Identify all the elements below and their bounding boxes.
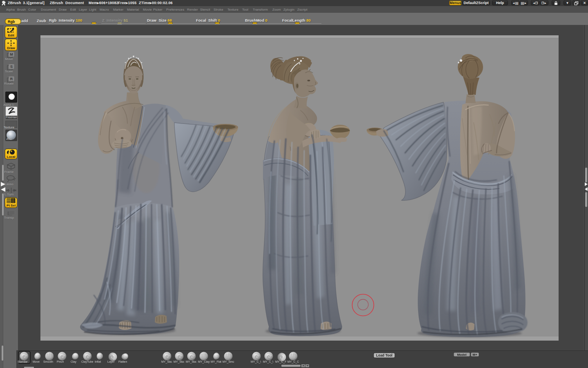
- svg-text:Layer: Layer: [107, 360, 115, 364]
- svg-text:S: S: [10, 65, 13, 69]
- svg-text:Pinch: Pinch: [57, 360, 64, 363]
- svg-text:Model: Model: [457, 353, 466, 357]
- svg-text:Clay: Clay: [71, 360, 77, 364]
- svg-text:M: M: [10, 52, 13, 56]
- svg-text:MY_Smc: MY_Smc: [223, 360, 234, 364]
- svg-text:R: R: [10, 77, 13, 81]
- svg-text:Inflat: Inflat: [95, 360, 101, 363]
- svg-text:MY_C_C: MY_C_C: [287, 360, 299, 364]
- svg-text:Move: Move: [33, 360, 40, 363]
- svg-text:MY_Sta:: MY_Sta:: [186, 360, 197, 364]
- svg-text:ClayTube: ClayTube: [81, 360, 94, 364]
- svg-text:MY_Sta:: MY_Sta:: [174, 360, 185, 364]
- svg-text:Load Tool: Load Tool: [376, 353, 392, 357]
- svg-text:MY_Clay: MY_Clay: [198, 360, 210, 364]
- svg-text:Smooth: Smooth: [43, 360, 53, 363]
- svg-text:MY_C_\: MY_C_\: [251, 360, 261, 364]
- svg-text:Standar: Standar: [18, 360, 28, 363]
- svg-text:MY_C_\: MY_C_\: [263, 360, 273, 364]
- svg-text:MY_Flat: MY_Flat: [211, 360, 221, 364]
- svg-text:M+: M+: [472, 353, 477, 357]
- svg-text:Flatten: Flatten: [118, 360, 127, 363]
- svg-text:MY_Sta:: MY_Sta:: [161, 360, 172, 364]
- svg-text:MY_C_F: MY_C_F: [275, 360, 287, 364]
